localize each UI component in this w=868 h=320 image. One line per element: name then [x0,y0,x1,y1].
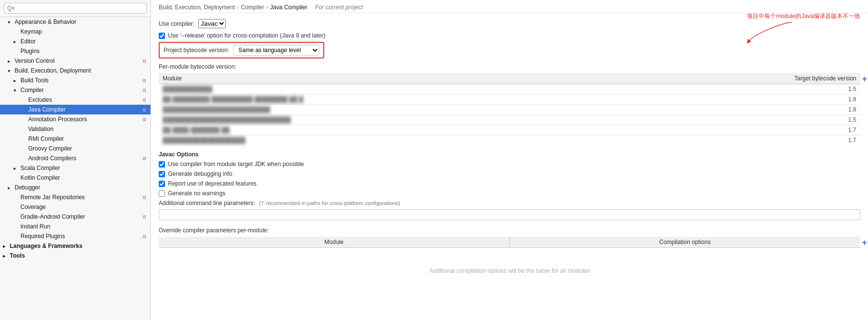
project-bytecode-select[interactable]: Same as language level [233,45,319,56]
sidebar-item-groovy-compiler[interactable]: Groovy Compiler [0,144,150,153]
javac-option1-checkbox[interactable] [159,161,165,168]
add-override-button[interactable]: + [860,237,868,249]
sidebar-item-remote-jar[interactable]: Remote Jar Repositories⚙ [0,192,150,202]
expand-arrow: ▸ [8,58,14,64]
module-name-cell: ███████████████████████████████ [159,115,619,125]
sidebar-item-debugger[interactable]: ▸Debugger [0,183,150,192]
sidebar-item-label: Validation [28,126,54,132]
javac-options-title: Javac Options [159,151,860,158]
expand-arrow: ▾ [14,88,19,93]
table-row: ████████████████████ 1.7 [159,135,860,146]
sidebar-item-label: Version Control [15,57,55,64]
sidebar-item-build-execution[interactable]: ▾Build, Execution, Deployment [0,66,150,75]
sidebar-item-editor[interactable]: ▸Editor [0,37,150,46]
sidebar-item-compiler[interactable]: ▾Compiler⚙ [0,85,150,95]
module-name-cell: ██ ████ ███████ ██ [159,125,619,135]
module-version-cell: 1.5 [619,84,860,94]
sidebar-item-scala-compiler[interactable]: ▸Scala Compiler [0,163,150,173]
javac-option2-checkbox[interactable] [159,171,165,177]
use-compiler-label: Use compiler: [159,20,194,27]
javac-option1-label: Use compiler from module target JDK when… [168,161,304,168]
sidebar-item-version-control[interactable]: ▸Version Control⚙ [0,56,150,66]
expand-arrow: ▸ [3,244,9,249]
javac-option3-label: Report use of deprecated features [168,180,257,187]
module-name-cell: ██ █████████ ██████████ ████████ ██ █ [159,94,619,105]
override-label: Override compiler parameters per-module: [159,227,860,234]
breadcrumb-part1: Build, Execution, Deployment [159,4,235,11]
sidebar-item-tools[interactable]: ▸Tools [0,251,150,261]
override-table-wrapper: Module Compilation options Additional co… [159,237,860,294]
javac-option3-checkbox[interactable] [159,181,165,187]
breadcrumb-sep1: › [237,4,239,11]
sidebar-item-rmi-compiler[interactable]: RMI Compiler [0,134,150,144]
sidebar-item-android-compilers[interactable]: Android Compilers⚙ [0,153,150,163]
sidebar-item-build-tools[interactable]: ▸Build Tools⚙ [0,75,150,85]
sidebar-item-label: Languages & Frameworks [10,243,82,249]
search-input[interactable] [4,3,147,14]
module-name-cell: ████████████████████ [159,135,619,146]
sidebar-item-kotlin-compiler[interactable]: Kotlin Compiler [0,173,150,183]
module-col-header: Module [159,73,619,84]
per-module-title: Per-module bytecode version: [159,63,860,70]
sidebar-item-label: Tools [10,252,25,259]
sidebar-item-java-compiler[interactable]: Java Compiler⚙ [0,105,150,114]
module-table-wrapper: Module Target bytecode version █████████… [159,73,860,145]
sidebar-item-annotation-processors[interactable]: Annotation Processors⚙ [0,114,150,124]
annotation-text: 项目中每个module的Java编译器版本不一致 [747,13,860,19]
add-cmd-row: Additional command line parameters: ('/'… [159,200,860,207]
compiler-select[interactable]: Javac [198,19,226,28]
settings-icon: ⚙ [142,58,147,64]
sidebar-item-label: Coverage [20,204,46,210]
table-row: ████████████ 1.5 [159,84,860,94]
settings-icon: ⚙ [142,97,147,103]
sidebar-item-validation[interactable]: Validation [0,124,150,134]
expand-arrow: ▸ [14,166,19,171]
main-content: Build, Execution, Deployment › Compiler … [151,0,868,320]
sidebar-item-excludes[interactable]: Excludes⚙ [0,95,150,105]
module-version-cell: 1.7 [619,135,860,146]
sidebar-item-label: Excludes [28,96,52,103]
settings-icon: ⚙ [142,78,147,83]
expand-arrow: ▸ [14,78,19,83]
table-row: ███████████████████████████████ 1.5 [159,115,860,125]
settings-icon: ⚙ [142,234,147,239]
sidebar-item-label: Gradle-Android Compiler [20,213,85,220]
override-options-col-header: Compilation options [510,237,861,248]
module-table: Module Target bytecode version █████████… [159,73,860,145]
javac-option4-checkbox[interactable] [159,190,165,197]
sidebar-item-label: Keymap [20,28,42,35]
sidebar-item-keymap[interactable]: Keymap [0,27,150,37]
sidebar-item-label: Build Tools [20,77,49,84]
release-option-checkbox[interactable] [159,33,165,39]
settings-icon: ⚙ [142,214,147,220]
module-version-cell: 1.7 [619,125,860,135]
sidebar-item-label: Compiler [20,87,44,94]
module-version-cell: 1.5 [619,115,860,125]
add-cmd-input[interactable] [159,209,860,220]
table-row: ██ ████ ███████ ██ 1.7 [159,125,860,135]
java-compiler-content: 项目中每个module的Java编译器版本不一致 Use compiler: J… [151,13,868,320]
add-cmd-label: Additional command line parameters: [159,200,255,207]
sidebar-item-instant-run[interactable]: Instant Run [0,222,150,231]
sidebar-item-languages-frameworks[interactable]: ▸Languages & Frameworks [0,241,150,251]
javac-option2-label: Generate debugging info [168,170,232,177]
javac-option2-row: Generate debugging info [159,170,860,177]
sidebar-item-plugins[interactable]: Plugins [0,46,150,56]
sidebar-item-appearance-behavior[interactable]: ▾Appearance & Behavior [0,17,150,27]
sidebar-item-label: Annotation Processors [28,116,87,123]
breadcrumb-for-project: For current project [315,4,363,11]
project-bytecode-label: Project bytecode version: [164,47,229,54]
add-module-button[interactable]: + [860,73,868,85]
breadcrumb-part2: Compiler [241,4,264,11]
annotation-container: 项目中每个module的Java编译器版本不一致 [747,12,860,20]
sidebar-item-label: Kotlin Compiler [20,174,60,181]
module-name-cell: ██████████████████████████ [159,105,619,115]
module-version-cell: 1.8 [619,105,860,115]
sidebar-item-gradle-android[interactable]: Gradle-Android Compiler⚙ [0,212,150,222]
sidebar-item-label: Instant Run [20,223,50,230]
expand-arrow: ▾ [8,68,14,74]
sidebar-item-coverage[interactable]: Coverage [0,202,150,212]
sidebar-search-box[interactable] [0,0,150,17]
sidebar-item-required-plugins[interactable]: Required Plugins⚙ [0,231,150,241]
expand-arrow: ▸ [14,39,19,44]
